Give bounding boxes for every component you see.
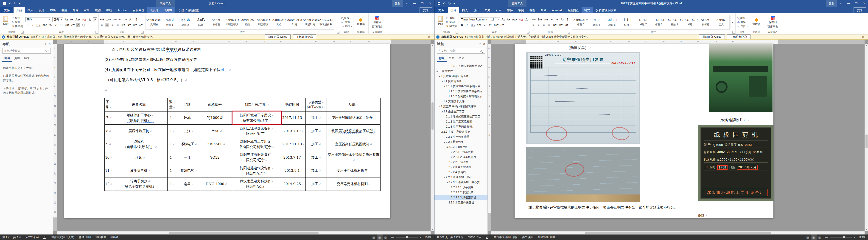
- table-cell[interactable]: 环城: [177, 111, 200, 125]
- font-dialog-launcher[interactable]: ⌟: [527, 31, 529, 33]
- zoom-slider[interactable]: [830, 237, 852, 238]
- style-item[interactable]: 1.1.1标题 6: [620, 16, 635, 29]
- bold-button[interactable]: B: [26, 23, 30, 27]
- align-center-icon[interactable]: ≡: [536, 23, 541, 27]
- tab-插入[interactable]: 插入: [459, 7, 470, 14]
- title-bar[interactable]: ↶ ↻ ▾ 文档1 - Word 表格工具 登录 ⌅ — ❐ ✕: [0, 0, 434, 7]
- share-button[interactable]: 共享: [420, 7, 432, 14]
- addins-button[interactable]: 加载项: [354, 18, 367, 26]
- shading-icon[interactable]: ▨▾: [132, 23, 137, 27]
- table-cell[interactable]: 10: [105, 151, 113, 164]
- char-border-icon[interactable]: A: [93, 18, 97, 22]
- language-indicator[interactable]: 简体中文(中国大陆): [49, 235, 76, 240]
- nav-outline-item[interactable]: 2.2.2.3 真空滤油机: [434, 165, 488, 170]
- table-header-cell[interactable]: 制造厂家/产地: [232, 98, 281, 111]
- zoom-in-icon[interactable]: +: [420, 236, 421, 239]
- table-header-cell[interactable]: 设备类型(加工/检验): [306, 98, 327, 111]
- nav-outline-item[interactable]: 1.2 其他技术文件: [434, 99, 488, 104]
- table-header-cell[interactable]: 设备名称: [113, 98, 167, 111]
- tab-视图[interactable]: 视图: [527, 7, 538, 14]
- styles-more-icon[interactable]: ▼: [335, 16, 339, 29]
- align-left-icon[interactable]: ≡: [531, 23, 535, 27]
- contextual-tab-表设计[interactable]: 表设计: [147, 7, 161, 14]
- table-cell[interactable]: 绕线机（自动排线绕线机）: [113, 138, 167, 151]
- paste-button[interactable]: 粘贴▾: [1, 15, 10, 29]
- horizontal-ruler[interactable]: 64224681012141618202224262830: [57, 39, 431, 44]
- accessibility-status[interactable]: 辅助功能: 一切就绪: [93, 235, 120, 240]
- page-indicator[interactable]: 第 962 页，共 1955 页: [434, 235, 465, 240]
- empty-paragraph[interactable]: [104, 85, 380, 95]
- table-cell[interactable]: 沈阳环城电工专用设备有限公司制造/辽宁: [232, 138, 281, 151]
- addins-button[interactable]: 加载项: [750, 18, 763, 26]
- track-changes-indicator[interactable]: 修订: 关闭: [519, 235, 536, 240]
- save-to-netdisk-button[interactable]: 保存到百度网盘: [370, 16, 385, 29]
- style-item[interactable]: A 1标题 4: [589, 16, 604, 29]
- italic-button[interactable]: I: [31, 23, 35, 27]
- line-spacing-icon[interactable]: ⇅▾: [127, 23, 131, 27]
- vertical-ruler[interactable]: 2468101214161820: [488, 44, 491, 231]
- decrease-indent-icon[interactable]: ⇤: [118, 18, 122, 22]
- style-item[interactable]: 1.1.1.1.1.1.1标题: [682, 16, 698, 29]
- signin-button[interactable]: 登录: [826, 0, 837, 7]
- sort-icon[interactable]: A↓: [129, 18, 133, 22]
- numbering-icon[interactable]: 1≡▾: [106, 18, 111, 22]
- replace-button[interactable]: ab替换: [737, 21, 747, 24]
- tab-百度网盘[interactable]: 百度网盘: [565, 7, 582, 14]
- table-cell[interactable]: 沈阳三江电器设备有限公司/辽宁: [232, 151, 281, 164]
- nav-outline-item[interactable]: 1.1.1.2 配网技术规范响应表: [434, 94, 488, 99]
- table-header-cell[interactable]: 序号: [105, 98, 113, 111]
- style-item[interactable]: 1.1.1.1标题 7: [636, 16, 651, 29]
- copy-button[interactable]: ⧉复制: [11, 21, 23, 24]
- redo-icon[interactable]: ↻: [448, 2, 451, 5]
- machine-photo[interactable]: [709, 44, 773, 112]
- nav-outline-item[interactable]: 2.2.3.1.1 设备照片: [434, 185, 488, 190]
- nav-outline-item[interactable]: ◢2.2.2.1 101行吊: [434, 144, 488, 150]
- save-to-netdisk-button[interactable]: 保存到百度网盘: [765, 16, 780, 29]
- enclose-char-icon[interactable]: ㊀: [82, 23, 86, 27]
- font-dialog-launcher[interactable]: ⌟: [95, 31, 98, 33]
- table-cell[interactable]: 1: [167, 138, 177, 151]
- tab-帮助[interactable]: 帮助: [538, 7, 549, 14]
- format-painter-button[interactable]: ◥格式刷: [446, 25, 457, 28]
- invoice-caption[interactable]: （购置发票）: [515, 46, 643, 50]
- tab-设计[interactable]: 设计: [470, 7, 482, 14]
- nav-outline-item[interactable]: ◢2.2.2 检测设备: [434, 139, 488, 144]
- shrink-font-icon[interactable]: A▾: [70, 18, 74, 22]
- nav-outline-item[interactable]: ◢1 技术条款响应/偏差表: [434, 74, 488, 79]
- tab-引用[interactable]: 引用: [493, 7, 504, 14]
- minimize-button[interactable]: —: [845, 0, 852, 7]
- align-left-icon[interactable]: ≡: [100, 23, 104, 27]
- table-cell[interactable]: 2017.11.13: [281, 138, 306, 151]
- table-cell[interactable]: PY50: [200, 125, 232, 138]
- style-item[interactable]: AaBbCcD不明显强调: [224, 16, 240, 29]
- tab-视图[interactable]: 视图: [92, 7, 103, 14]
- select-button[interactable]: ▻选择▾: [341, 25, 352, 28]
- increase-indent-icon[interactable]: ⇥: [123, 18, 128, 22]
- superscript-button[interactable]: x²: [54, 23, 58, 27]
- tab-百度网盘[interactable]: 百度网盘: [130, 7, 147, 14]
- web-layout-icon[interactable]: ▥: [382, 235, 389, 240]
- tab-开始[interactable]: 开始: [448, 7, 459, 14]
- align-right-icon[interactable]: ≡: [111, 23, 115, 27]
- line-spacing-icon[interactable]: ⇅▾: [552, 23, 557, 27]
- grow-font-icon[interactable]: A▴: [64, 18, 69, 22]
- table-cell[interactable]: 沈阳超越电气设备有限公司/辽宁: [232, 164, 281, 178]
- tab-插入[interactable]: 插入: [25, 7, 36, 14]
- table-cell[interactable]: 12: [105, 178, 113, 191]
- highlight-color-icon[interactable]: ab▾: [64, 23, 70, 27]
- paragraph[interactable]: （可使用第六章格式VI-9-5、格式VI-9-5。）: [104, 75, 380, 85]
- table-cell[interactable]: 沈阳三江电器设备有限公司/辽宁: [232, 125, 281, 138]
- tab-审阅[interactable]: 审阅: [516, 7, 527, 14]
- document-canvas[interactable]: 246810121416182022242628 246810121416182…: [488, 39, 868, 235]
- change-case-icon[interactable]: Aa▾: [75, 18, 81, 22]
- style-item[interactable]: AaBbCcD强调: [240, 16, 255, 29]
- tab-邮件[interactable]: 邮件: [70, 7, 81, 14]
- paragraph[interactable]: 译；自行组装的设备需提供组装主材料设备采购资料；: [104, 45, 380, 55]
- increase-indent-icon[interactable]: ⇥: [555, 18, 559, 22]
- table-cell-highlighted[interactable]: 沈阳环城电工专用设备有限公司/辽宁: [232, 111, 281, 125]
- table-cell[interactable]: YQ32: [200, 151, 232, 164]
- nav-outline-item[interactable]: 1.1.1.1 技术规格书逐条响应: [434, 89, 488, 94]
- table-cell[interactable]: 2013.7.17: [281, 151, 306, 164]
- show-marks-icon[interactable]: ¶: [565, 18, 570, 22]
- horizontal-scrollbar[interactable]: [491, 231, 865, 235]
